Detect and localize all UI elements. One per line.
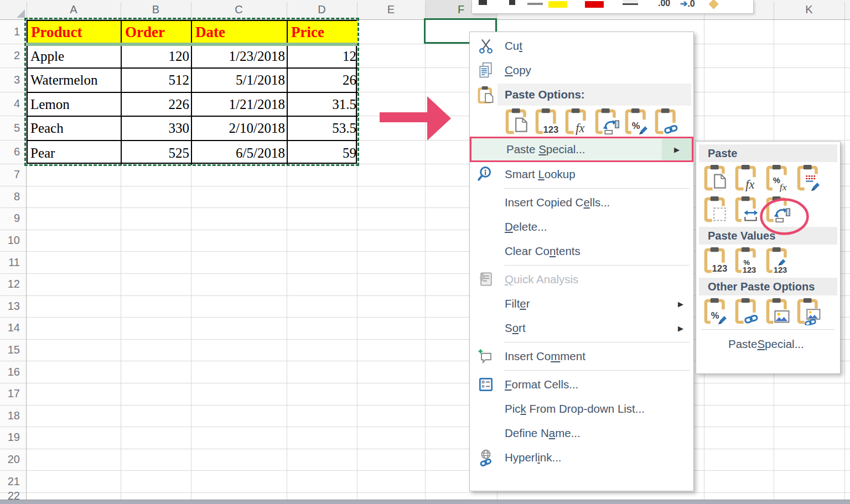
paste-option-formulas-icon[interactable]: fx bbox=[734, 164, 760, 193]
menu-item-format-cells[interactable]: Format Cells... bbox=[470, 372, 693, 397]
paste-option-no-borders-icon[interactable] bbox=[703, 195, 729, 224]
select-all-triangle-icon bbox=[17, 9, 25, 18]
column-header-B[interactable]: B bbox=[121, 0, 191, 19]
column-header-K[interactable]: K bbox=[774, 0, 844, 19]
row-header-12[interactable]: 12 bbox=[0, 273, 26, 295]
column-header-C[interactable]: C bbox=[191, 0, 287, 19]
menu-item-define-name[interactable]: Define Name... bbox=[470, 421, 693, 445]
paste-option-keep-source-formatting-icon[interactable] bbox=[796, 164, 822, 193]
label-text: L bbox=[538, 168, 544, 180]
underline-icon[interactable] bbox=[527, 3, 543, 5]
paste-option-formulas-number-formatting-icon[interactable]: %fx bbox=[765, 164, 791, 193]
excel-window: ABCDEFK 12345678910111213141516171819202… bbox=[0, 0, 850, 504]
select-all-corner[interactable] bbox=[0, 0, 27, 19]
row-header-14[interactable]: 14 bbox=[0, 317, 26, 339]
font-color-icon[interactable] bbox=[585, 1, 604, 8]
menu-item-quick-analysis[interactable]: Quick Analysis bbox=[470, 267, 693, 292]
icon-spacer bbox=[476, 193, 495, 212]
paste-option-values-icon[interactable]: 123 bbox=[534, 107, 561, 136]
row-header-5[interactable]: 5 bbox=[0, 116, 26, 140]
gridline bbox=[27, 492, 850, 493]
row-header-6[interactable]: 6 bbox=[0, 140, 26, 164]
row-header-20[interactable]: 20 bbox=[0, 449, 26, 471]
paste-option-formatting-icon[interactable]: % bbox=[624, 107, 650, 136]
mini-toolbar: .00 ➔.0 bbox=[471, 0, 754, 14]
font-glyph-fragment[interactable] bbox=[479, 0, 487, 5]
menu-item-insert-copied-cells[interactable]: Insert Copied Cells... bbox=[470, 190, 693, 215]
row-header-16[interactable]: 16 bbox=[0, 361, 26, 383]
menu-item-paste-options: Paste Options: bbox=[470, 82, 693, 107]
menu-item-filter[interactable]: Filter▶ bbox=[470, 292, 693, 316]
decrease-decimal-icon[interactable]: ➔.0 bbox=[680, 0, 695, 9]
format-painter-icon[interactable] bbox=[708, 0, 718, 9]
paste-option-formatting-icon[interactable]: % bbox=[703, 297, 729, 326]
row-header-13[interactable]: 13 bbox=[0, 295, 26, 318]
label-text: Paste Options: bbox=[505, 88, 585, 101]
row-header-label: 20 bbox=[8, 453, 20, 466]
column-header-E[interactable]: E bbox=[357, 0, 425, 19]
label-text: S bbox=[505, 321, 512, 334]
row-header-1[interactable]: 1 bbox=[0, 20, 26, 44]
row-header-19[interactable]: 19 bbox=[0, 427, 26, 449]
menu-item-insert-comment[interactable]: Insert Comment bbox=[470, 344, 693, 368]
menu-item-paste-special-dialog[interactable]: Paste Special... bbox=[696, 332, 840, 356]
menu-item-smart-lookup[interactable]: Smart Lookup bbox=[470, 162, 693, 186]
menu-item-label: Copy bbox=[505, 64, 531, 77]
paste-option-paste-icon[interactable] bbox=[703, 164, 729, 193]
row-header-2[interactable]: 2 bbox=[0, 44, 26, 67]
increase-decimal-label[interactable]: .00 bbox=[658, 0, 670, 8]
svg-text:123: 123 bbox=[543, 124, 559, 135]
font-glyph-fragment[interactable] bbox=[509, 0, 515, 5]
row-header-9[interactable]: 9 bbox=[0, 207, 26, 230]
row-header-10[interactable]: 10 bbox=[0, 230, 26, 252]
submenu-arrow-zone[interactable]: ▶ bbox=[662, 138, 692, 160]
highlight-color-icon[interactable] bbox=[548, 1, 567, 8]
row-header-7[interactable]: 7 bbox=[0, 164, 26, 186]
menu-separator bbox=[504, 265, 690, 266]
paste-option-values-source-formatting-icon[interactable]: 123 bbox=[765, 246, 791, 275]
menu-item-copy[interactable]: Copy bbox=[470, 58, 693, 82]
row-header-4[interactable]: 4 bbox=[0, 92, 26, 116]
paste-option-formulas-icon[interactable]: fx bbox=[564, 107, 590, 136]
paste-option-transpose-icon[interactable] bbox=[765, 195, 791, 224]
label-text: elete... bbox=[513, 220, 547, 233]
menu-item-clear-contents[interactable]: Clear Contents bbox=[470, 239, 693, 263]
menu-item-paste-special[interactable]: Paste Special...▶ bbox=[470, 137, 693, 162]
paste-option-picture-icon[interactable] bbox=[765, 297, 791, 326]
row-header-label: 4 bbox=[14, 97, 20, 110]
row-header-label: 3 bbox=[14, 74, 20, 86]
label-text: pecial... bbox=[546, 143, 585, 155]
row-header-17[interactable]: 17 bbox=[0, 383, 26, 405]
icon-spacer bbox=[476, 217, 495, 236]
comment-icon bbox=[476, 347, 495, 366]
paste-option-values-number-formatting-icon[interactable]: %123 bbox=[734, 246, 760, 275]
row-header-15[interactable]: 15 bbox=[0, 339, 26, 361]
paste-submenu: Pastefx%fxPaste Values123%123123Other Pa… bbox=[696, 141, 841, 374]
paste-option-keep-source-column-widths-icon[interactable] bbox=[734, 195, 760, 224]
menu-item-hyperlink[interactable]: Hyperlink... bbox=[470, 445, 693, 470]
paste-option-transpose-icon[interactable] bbox=[594, 107, 620, 136]
column-header-A[interactable]: A bbox=[27, 0, 121, 19]
header-divider bbox=[774, 2, 774, 19]
label-text: Insert Copied C bbox=[505, 196, 583, 209]
menu-item-label: Define Name... bbox=[505, 427, 581, 440]
row-header-8[interactable]: 8 bbox=[0, 186, 26, 208]
paste-option-linked-picture-icon[interactable] bbox=[796, 297, 822, 326]
row-header-22[interactable]: 22 bbox=[0, 492, 26, 500]
menu-item-delete[interactable]: Delete... bbox=[470, 215, 693, 239]
row-header-3[interactable]: 3 bbox=[0, 67, 26, 92]
borders-icon[interactable] bbox=[623, 0, 638, 5]
menu-item-cut[interactable]: Cut bbox=[470, 34, 693, 58]
menu-item-pick-from-list[interactable]: Pick From Drop-down List... bbox=[470, 397, 693, 421]
chevron-right-icon: ▶ bbox=[674, 146, 680, 154]
header-divider bbox=[191, 2, 191, 19]
row-header-18[interactable]: 18 bbox=[0, 405, 26, 427]
paste-option-paste-icon[interactable] bbox=[504, 107, 531, 136]
row-header-11[interactable]: 11 bbox=[0, 251, 26, 273]
paste-option-paste-link-icon[interactable] bbox=[734, 297, 760, 326]
paste-option-values-icon[interactable]: 123 bbox=[703, 246, 729, 275]
menu-item-sort[interactable]: Sort▶ bbox=[470, 316, 693, 340]
horizontal-scrollbar[interactable] bbox=[0, 500, 850, 504]
column-header-D[interactable]: D bbox=[287, 0, 357, 19]
paste-option-link-icon[interactable] bbox=[654, 107, 680, 136]
